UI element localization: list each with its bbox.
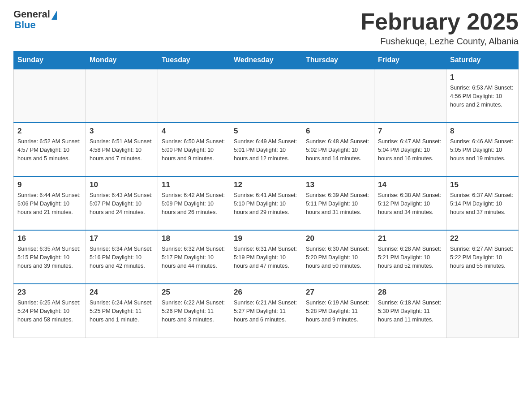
day-info: Sunrise: 6:18 AM Sunset: 5:30 PM Dayligh… (378, 299, 442, 324)
day-number: 19 (234, 234, 298, 243)
day-info: Sunrise: 6:27 AM Sunset: 5:22 PM Dayligh… (450, 245, 515, 270)
calendar-cell: 17Sunrise: 6:34 AM Sunset: 5:16 PM Dayli… (86, 230, 158, 284)
calendar-cell (302, 69, 374, 123)
calendar-week-row: 23Sunrise: 6:25 AM Sunset: 5:24 PM Dayli… (14, 284, 519, 338)
calendar-cell: 24Sunrise: 6:24 AM Sunset: 5:25 PM Dayli… (86, 284, 158, 338)
day-number: 9 (17, 180, 82, 189)
day-info: Sunrise: 6:49 AM Sunset: 5:01 PM Dayligh… (234, 137, 298, 163)
day-number: 3 (90, 127, 154, 136)
day-info: Sunrise: 6:30 AM Sunset: 5:20 PM Dayligh… (306, 245, 370, 270)
day-number: 4 (162, 127, 226, 136)
day-number: 13 (306, 180, 370, 189)
calendar-cell (86, 69, 158, 123)
day-number: 21 (378, 234, 442, 243)
calendar-body: 1Sunrise: 6:53 AM Sunset: 4:56 PM Daylig… (14, 69, 519, 338)
day-info: Sunrise: 6:38 AM Sunset: 5:12 PM Dayligh… (378, 191, 442, 216)
calendar-cell: 5Sunrise: 6:49 AM Sunset: 5:01 PM Daylig… (230, 123, 302, 176)
calendar-header: SundayMondayTuesdayWednesdayThursdayFrid… (14, 51, 519, 69)
day-info: Sunrise: 6:50 AM Sunset: 5:00 PM Dayligh… (162, 137, 226, 163)
day-info: Sunrise: 6:24 AM Sunset: 5:25 PM Dayligh… (90, 299, 154, 324)
calendar-cell: 12Sunrise: 6:41 AM Sunset: 5:10 PM Dayli… (230, 176, 302, 230)
day-info: Sunrise: 6:19 AM Sunset: 5:28 PM Dayligh… (306, 299, 370, 324)
calendar-cell (374, 69, 446, 123)
day-info: Sunrise: 6:53 AM Sunset: 4:56 PM Dayligh… (450, 84, 515, 109)
weekday-header-monday: Monday (86, 51, 158, 69)
calendar-cell (14, 69, 86, 123)
calendar-cell: 10Sunrise: 6:43 AM Sunset: 5:07 PM Dayli… (86, 176, 158, 230)
day-info: Sunrise: 6:22 AM Sunset: 5:26 PM Dayligh… (162, 299, 226, 324)
weekday-header-sunday: Sunday (14, 51, 86, 69)
weekday-header-saturday: Saturday (446, 51, 519, 69)
day-info: Sunrise: 6:35 AM Sunset: 5:15 PM Dayligh… (17, 245, 82, 270)
day-number: 10 (90, 180, 154, 189)
weekday-header-row: SundayMondayTuesdayWednesdayThursdayFrid… (14, 51, 519, 69)
day-number: 6 (306, 127, 370, 136)
day-info: Sunrise: 6:47 AM Sunset: 5:04 PM Dayligh… (378, 137, 442, 163)
day-info: Sunrise: 6:31 AM Sunset: 5:19 PM Dayligh… (234, 245, 298, 270)
calendar-cell: 2Sunrise: 6:52 AM Sunset: 4:57 PM Daylig… (14, 123, 86, 176)
day-number: 7 (378, 127, 442, 136)
weekday-header-friday: Friday (374, 51, 446, 69)
calendar-cell: 15Sunrise: 6:37 AM Sunset: 5:14 PM Dayli… (446, 176, 519, 230)
day-info: Sunrise: 6:44 AM Sunset: 5:06 PM Dayligh… (17, 191, 82, 216)
calendar-week-row: 1Sunrise: 6:53 AM Sunset: 4:56 PM Daylig… (14, 69, 519, 123)
day-info: Sunrise: 6:37 AM Sunset: 5:14 PM Dayligh… (450, 191, 515, 216)
day-number: 16 (17, 234, 82, 243)
day-number: 18 (162, 234, 226, 243)
calendar-cell (158, 69, 230, 123)
day-info: Sunrise: 6:28 AM Sunset: 5:21 PM Dayligh… (378, 245, 442, 270)
calendar-cell: 18Sunrise: 6:32 AM Sunset: 5:17 PM Dayli… (158, 230, 230, 284)
weekday-header-thursday: Thursday (302, 51, 374, 69)
calendar-cell (446, 284, 519, 338)
calendar-week-row: 16Sunrise: 6:35 AM Sunset: 5:15 PM Dayli… (14, 230, 519, 284)
calendar-cell: 16Sunrise: 6:35 AM Sunset: 5:15 PM Dayli… (14, 230, 86, 284)
day-number: 1 (450, 73, 515, 82)
day-info: Sunrise: 6:39 AM Sunset: 5:11 PM Dayligh… (306, 191, 370, 216)
day-number: 24 (90, 288, 154, 297)
calendar-cell: 25Sunrise: 6:22 AM Sunset: 5:26 PM Dayli… (158, 284, 230, 338)
day-info: Sunrise: 6:25 AM Sunset: 5:24 PM Dayligh… (17, 299, 82, 324)
calendar-cell: 3Sunrise: 6:51 AM Sunset: 4:58 PM Daylig… (86, 123, 158, 176)
day-info: Sunrise: 6:52 AM Sunset: 4:57 PM Dayligh… (17, 137, 82, 163)
calendar-cell: 27Sunrise: 6:19 AM Sunset: 5:28 PM Dayli… (302, 284, 374, 338)
day-number: 20 (306, 234, 370, 243)
day-info: Sunrise: 6:32 AM Sunset: 5:17 PM Dayligh… (162, 245, 226, 270)
day-number: 27 (306, 288, 370, 297)
day-number: 25 (162, 288, 226, 297)
day-number: 28 (378, 288, 442, 297)
calendar-cell: 21Sunrise: 6:28 AM Sunset: 5:21 PM Dayli… (374, 230, 446, 284)
day-number: 11 (162, 180, 226, 189)
weekday-header-wednesday: Wednesday (230, 51, 302, 69)
calendar-cell: 26Sunrise: 6:21 AM Sunset: 5:27 PM Dayli… (230, 284, 302, 338)
calendar-cell: 8Sunrise: 6:46 AM Sunset: 5:05 PM Daylig… (446, 123, 519, 176)
day-number: 23 (17, 288, 82, 297)
day-info: Sunrise: 6:42 AM Sunset: 5:09 PM Dayligh… (162, 191, 226, 216)
day-number: 8 (450, 127, 515, 136)
calendar-cell: 19Sunrise: 6:31 AM Sunset: 5:19 PM Dayli… (230, 230, 302, 284)
title-block: February 2025 Fushekuqe, Lezhe County, A… (360, 9, 519, 47)
day-number: 15 (450, 180, 515, 189)
calendar-week-row: 9Sunrise: 6:44 AM Sunset: 5:06 PM Daylig… (14, 176, 519, 230)
weekday-header-tuesday: Tuesday (158, 51, 230, 69)
day-number: 14 (378, 180, 442, 189)
month-title: February 2025 (360, 9, 519, 34)
calendar-cell: 23Sunrise: 6:25 AM Sunset: 5:24 PM Dayli… (14, 284, 86, 338)
calendar-cell: 9Sunrise: 6:44 AM Sunset: 5:06 PM Daylig… (14, 176, 86, 230)
calendar-cell: 4Sunrise: 6:50 AM Sunset: 5:00 PM Daylig… (158, 123, 230, 176)
day-info: Sunrise: 6:43 AM Sunset: 5:07 PM Dayligh… (90, 191, 154, 216)
calendar-cell: 14Sunrise: 6:38 AM Sunset: 5:12 PM Dayli… (374, 176, 446, 230)
calendar-cell: 7Sunrise: 6:47 AM Sunset: 5:04 PM Daylig… (374, 123, 446, 176)
calendar-cell: 20Sunrise: 6:30 AM Sunset: 5:20 PM Dayli… (302, 230, 374, 284)
day-number: 2 (17, 127, 82, 136)
day-number: 26 (234, 288, 298, 297)
calendar-cell: 6Sunrise: 6:48 AM Sunset: 5:02 PM Daylig… (302, 123, 374, 176)
day-number: 17 (90, 234, 154, 243)
day-info: Sunrise: 6:46 AM Sunset: 5:05 PM Dayligh… (450, 137, 515, 163)
day-info: Sunrise: 6:48 AM Sunset: 5:02 PM Dayligh… (306, 137, 370, 163)
location-subtitle: Fushekuqe, Lezhe County, Albania (360, 36, 519, 47)
day-number: 12 (234, 180, 298, 189)
calendar-cell (230, 69, 302, 123)
calendar-week-row: 2Sunrise: 6:52 AM Sunset: 4:57 PM Daylig… (14, 123, 519, 176)
calendar-cell: 1Sunrise: 6:53 AM Sunset: 4:56 PM Daylig… (446, 69, 519, 123)
day-info: Sunrise: 6:41 AM Sunset: 5:10 PM Dayligh… (234, 191, 298, 216)
